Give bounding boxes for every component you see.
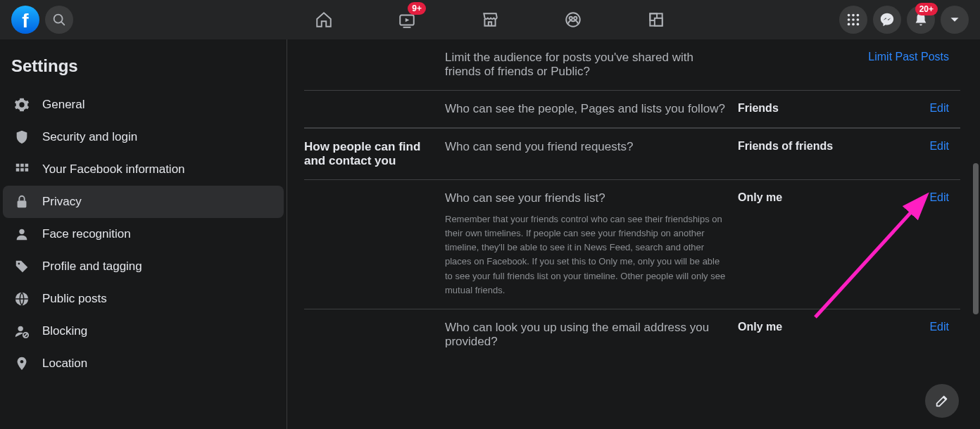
sidebar-item-public-posts[interactable]: Public posts	[3, 283, 284, 315]
nav-groups[interactable]	[534, 0, 612, 39]
setting-row-email-lookup: Who can look you up using the email addr…	[304, 309, 960, 360]
center-nav: 9+	[285, 0, 695, 39]
sidebar-item-blocking[interactable]: Blocking	[3, 315, 284, 347]
gear-icon	[11, 97, 32, 113]
setting-value: Only me	[738, 321, 857, 349]
sidebar-item-label: Profile and tagging	[42, 260, 142, 274]
nav-watch[interactable]: 9+	[368, 0, 446, 39]
edit-email-lookup-link[interactable]: Edit	[929, 321, 949, 333]
nav-gaming[interactable]	[617, 0, 695, 39]
svg-rect-21	[25, 164, 29, 167]
groups-icon	[564, 11, 582, 29]
section-header-contact: How people can find and contact you	[304, 140, 445, 168]
svg-point-10	[848, 14, 850, 17]
scrollbar-thumb[interactable]	[973, 163, 979, 314]
notifications-badge: 20+	[915, 3, 938, 15]
search-button[interactable]	[45, 6, 73, 34]
setting-title: Who can see the people, Pages and lists …	[445, 102, 727, 116]
tag-icon	[11, 259, 32, 274]
account-button[interactable]	[941, 6, 969, 34]
edit-icon	[934, 393, 950, 409]
setting-row-limit-posts: Limit the audience for posts you've shar…	[304, 39, 960, 91]
svg-point-13	[848, 18, 850, 21]
svg-point-29	[18, 326, 23, 331]
messenger-icon	[879, 12, 895, 27]
settings-sidebar: Settings General Security and login Your…	[0, 39, 287, 429]
svg-rect-9	[655, 18, 662, 26]
svg-rect-19	[16, 164, 20, 167]
right-icons: 20+	[839, 6, 969, 34]
nav-home[interactable]	[285, 0, 363, 39]
marketplace-icon	[481, 11, 499, 29]
setting-row-friend-requests: How people can find and contact you Who …	[304, 129, 960, 180]
sidebar-item-label: Location	[42, 357, 87, 371]
svg-point-17	[852, 23, 855, 26]
search-icon	[51, 12, 67, 27]
globe-icon	[11, 291, 32, 307]
settings-content: Limit the audience for posts you've shar…	[287, 39, 980, 429]
messenger-button[interactable]	[873, 6, 901, 34]
compose-fab[interactable]	[925, 384, 959, 418]
svg-point-15	[857, 18, 860, 21]
facebook-logo[interactable]: f	[11, 6, 39, 34]
sidebar-item-profile-tagging[interactable]: Profile and tagging	[3, 250, 284, 283]
svg-point-6	[574, 17, 577, 20]
nav-marketplace[interactable]	[451, 0, 529, 39]
sidebar-item-label: Public posts	[42, 292, 107, 306]
top-navigation: f 9+ 20+	[0, 0, 980, 39]
setting-description: Remember that your friends control who c…	[445, 212, 727, 297]
block-person-icon	[11, 324, 32, 339]
setting-row-friends-list: Who can see your friends list? Remember …	[304, 180, 960, 309]
home-icon	[315, 11, 333, 29]
setting-title: Who can send you friend requests?	[445, 140, 727, 154]
sidebar-item-security[interactable]: Security and login	[3, 121, 284, 153]
svg-point-12	[857, 14, 860, 17]
page-title: Settings	[0, 48, 287, 89]
svg-rect-22	[16, 168, 20, 172]
sidebar-item-label: Face recognition	[42, 227, 131, 241]
sidebar-item-general[interactable]: General	[3, 89, 284, 121]
setting-title: Who can look you up using the email addr…	[445, 321, 727, 349]
setting-value: Friends	[738, 102, 857, 116]
sidebar-item-privacy[interactable]: Privacy	[3, 186, 284, 218]
sidebar-item-label: Security and login	[42, 130, 137, 144]
person-icon	[11, 226, 32, 242]
lock-icon	[11, 194, 32, 210]
pin-icon	[11, 356, 32, 371]
svg-rect-23	[20, 168, 24, 172]
svg-point-4	[566, 13, 580, 27]
setting-title: Limit the audience for posts you've shar…	[445, 51, 727, 79]
sidebar-item-location[interactable]: Location	[3, 347, 284, 380]
menu-button[interactable]	[839, 6, 867, 34]
svg-rect-20	[20, 164, 24, 167]
shield-icon	[11, 129, 32, 145]
setting-row-following: Who can see the people, Pages and lists …	[304, 91, 960, 129]
setting-value: Friends of friends	[738, 140, 857, 168]
setting-value: Only me	[738, 191, 857, 297]
notifications-button[interactable]: 20+	[907, 6, 935, 34]
svg-rect-25	[18, 200, 27, 207]
edit-friend-requests-link[interactable]: Edit	[929, 140, 949, 152]
svg-rect-24	[25, 168, 29, 172]
edit-following-link[interactable]: Edit	[929, 102, 949, 114]
setting-title: Who can see your friends list?	[445, 191, 727, 205]
sidebar-item-your-info[interactable]: Your Facebook information	[3, 153, 284, 186]
svg-point-11	[852, 14, 855, 17]
sidebar-item-label: Your Facebook information	[42, 162, 185, 177]
svg-point-5	[570, 17, 572, 20]
svg-point-32	[20, 360, 24, 364]
caret-down-icon	[947, 12, 962, 27]
edit-friends-list-link[interactable]: Edit	[929, 191, 949, 203]
sidebar-item-face-recognition[interactable]: Face recognition	[3, 218, 284, 250]
sidebar-item-label: General	[42, 98, 84, 112]
svg-point-18	[857, 23, 860, 26]
sidebar-item-label: Blocking	[42, 324, 87, 338]
svg-point-14	[852, 18, 855, 21]
gaming-icon	[647, 11, 665, 29]
svg-point-27	[18, 263, 20, 265]
limit-past-posts-link[interactable]: Limit Past Posts	[868, 51, 949, 63]
svg-point-16	[848, 23, 850, 26]
svg-point-26	[19, 229, 24, 234]
svg-line-1	[61, 22, 64, 25]
sidebar-item-label: Privacy	[42, 195, 82, 209]
